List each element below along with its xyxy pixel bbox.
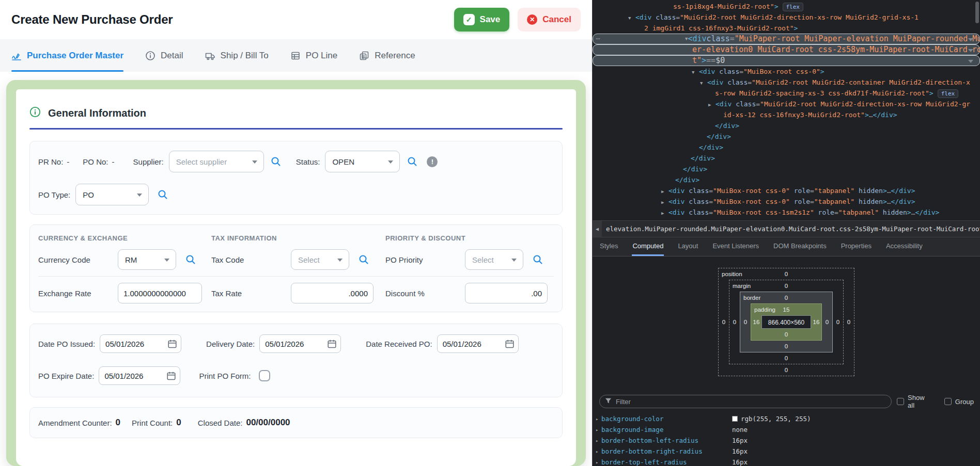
calendar-icon[interactable] [505, 339, 515, 349]
supplier-label: Supplier: [133, 157, 164, 166]
tax-search-button[interactable] [358, 254, 369, 265]
devtools-tab-accessibility[interactable]: Accessibility [885, 237, 923, 256]
tree-row[interactable]: ▶<div class="MuiGrid2-root MuiGrid2-dire… [593, 99, 980, 109]
breadcrumb-back-icon[interactable]: ◀ [593, 221, 602, 237]
supplier-search-button[interactable] [270, 156, 282, 167]
exchange-rate-input[interactable] [118, 283, 202, 303]
tax-rate-input[interactable] [291, 283, 374, 303]
breadcrumb-text[interactable]: elevation.MuiPaper-rounded.MuiPaper-elev… [606, 225, 980, 233]
expand-arrow-icon[interactable]: ▶ [661, 186, 668, 197]
tree-row[interactable]: ▶<div class="MuiBox-root css-1sm2s1z" ro… [593, 207, 980, 218]
computed-property-row[interactable]: ▸border-top-left-radius16px [593, 457, 980, 466]
app-tabs: Purchase Order MasterDetailShip / Bill T… [0, 39, 592, 72]
tree-row[interactable]: id-xs-12 css-16fnxy3-MuiGrid2-root">…</d… [593, 109, 980, 120]
calendar-icon[interactable] [167, 339, 177, 349]
expand-arrow-icon[interactable]: ▸ [596, 416, 598, 422]
expand-arrow-icon[interactable]: ▼ [692, 67, 699, 78]
tree-row[interactable]: </div> [593, 174, 980, 185]
box-model-margin[interactable]: margin00border00padding1516866.400×56016… [729, 280, 844, 364]
expand-arrow-icon[interactable]: ▸ [596, 427, 598, 432]
devtools-tab-computed[interactable]: Computed [632, 237, 664, 256]
expand-arrow-icon[interactable]: ▼ [628, 13, 635, 24]
currency-search-button[interactable] [185, 254, 196, 265]
status-search-button[interactable] [407, 156, 418, 167]
group-checkbox[interactable] [944, 398, 952, 405]
calendar-icon[interactable] [327, 339, 337, 349]
flex-badge[interactable]: flex [938, 89, 959, 98]
tree-row[interactable]: </div> [593, 142, 980, 153]
expand-arrow-icon[interactable]: ▸ [596, 460, 598, 465]
computed-property-row[interactable]: ▸background-colorrgb(255, 255, 255) [593, 413, 980, 424]
tab-detail[interactable]: Detail [145, 39, 183, 72]
color-swatch[interactable] [732, 416, 738, 422]
tab-shipbill[interactable]: Ship / Bill To [205, 39, 269, 72]
code-token: </div> [707, 133, 731, 140]
devtools-tab-styles[interactable]: Styles [599, 237, 618, 256]
devtools-tab-layout[interactable]: Layout [677, 237, 698, 256]
devtools-tab-event-listeners[interactable]: Event Listeners [712, 237, 759, 256]
expand-arrow-icon[interactable]: ▸ [596, 449, 598, 454]
discount-input[interactable] [465, 283, 548, 303]
property-value: 16px [732, 447, 748, 455]
print-count-value: 0 [176, 417, 181, 428]
tab-master[interactable]: Purchase Order Master [11, 39, 123, 72]
code-token: <div [668, 208, 689, 216]
scrollbar-thumb[interactable] [975, 2, 979, 23]
tree-row[interactable]: </div> [593, 120, 980, 131]
expand-arrow-icon[interactable]: ▸ [596, 438, 598, 443]
tree-row[interactable]: ▼<div class="MuiGrid2-root MuiGrid2-cont… [593, 77, 980, 88]
tax-code-select[interactable]: Select [291, 249, 349, 270]
po-type-select[interactable]: PO [75, 184, 149, 205]
tree-row[interactable]: ▶<div class="MuiBox-root css-0" role="ta… [593, 185, 980, 196]
print-po-form-checkbox[interactable] [259, 370, 270, 381]
save-button[interactable]: ✓ Save [454, 8, 510, 31]
tree-row[interactable]: ▶<div class="MuiBox-root css-0" role="ta… [593, 196, 980, 207]
box-model-position[interactable]: position00margin00border00padding1516866… [718, 268, 854, 376]
box-model-content[interactable]: 866.400×560 [761, 315, 811, 329]
tree-row[interactable]: </div> [593, 131, 980, 142]
expand-arrow-icon[interactable]: ▶ [661, 197, 668, 208]
tree-row[interactable]: ⋯▼<div class="MuiPaper-root MuiPaper-ele… [593, 34, 980, 44]
box-model-padding[interactable]: padding1516866.400×560160 [751, 303, 822, 341]
header-actions: ✓ Save ✕ Cancel [454, 8, 581, 31]
flex-badge[interactable]: flex [783, 3, 804, 11]
box-model-border[interactable]: border00padding1516866.400×56016000 [740, 292, 833, 352]
filter-input[interactable]: Filter [599, 395, 892, 408]
tree-row[interactable]: s-row MuiGrid2-spacing-xs-3 css-dkd71f-M… [593, 88, 980, 99]
tree-row[interactable]: ss-1pi8xg4-MuiGrid2-root">flex [593, 1, 980, 12]
tab-reference[interactable]: Reference [359, 39, 415, 72]
tree-row[interactable]: </div> [593, 153, 980, 164]
supplier-select[interactable]: Select supplier [169, 151, 264, 172]
tax-header: TAX INFORMATION [211, 234, 385, 242]
expand-arrow-icon[interactable]: ▶ [708, 100, 715, 110]
po-type-search-button[interactable] [157, 189, 168, 200]
status-select[interactable]: OPEN [325, 151, 400, 172]
tax-column: TAX INFORMATION Tax Code Select [211, 234, 385, 303]
identifiers-group: PR No: - PO No: - Supplier: Select suppl… [29, 141, 563, 215]
show-all-checkbox[interactable] [897, 398, 904, 405]
po-priority-label: PO Priority [385, 255, 465, 264]
computed-property-row[interactable]: ▸background-imagenone [593, 424, 980, 435]
tree-row[interactable]: er-elevation0 MuiCard-root css-2s58ym-Mu… [593, 44, 980, 55]
computed-property-row[interactable]: ▸border-bottom-right-radius16px [593, 446, 980, 457]
tree-row[interactable]: ▼<div class="MuiGrid2-root MuiGrid2-dire… [593, 12, 980, 23]
devtools-tab-dom-breakpoints[interactable]: DOM Breakpoints [773, 237, 827, 256]
calendar-icon[interactable] [166, 371, 176, 381]
property-value: rgb(255, 255, 255) [732, 415, 811, 423]
cancel-button[interactable]: ✕ Cancel [518, 8, 581, 31]
tree-row[interactable]: t"> == $0 [593, 55, 980, 66]
currency-code-select[interactable]: RM [118, 249, 176, 270]
priority-search-button[interactable] [532, 254, 543, 265]
po-no-label: PO No: [83, 157, 108, 166]
expand-arrow-icon[interactable]: ▼ [700, 78, 707, 89]
tree-row[interactable]: </div> [593, 164, 980, 174]
devtools-tab-properties[interactable]: Properties [841, 237, 872, 256]
margin-left-value: 0 [730, 319, 739, 325]
computed-property-row[interactable]: ▸border-bottom-left-radius16px [593, 435, 980, 446]
po-priority-select[interactable]: Select [465, 249, 523, 270]
tab-poline[interactable]: PO Line [290, 39, 337, 72]
tree-row[interactable]: 2 imgGird1 css-16fnxy3-MuiGrid2-root"> [593, 23, 980, 34]
expand-arrow-icon[interactable]: ▶ [661, 208, 668, 219]
code-token: = [739, 68, 743, 75]
tree-row[interactable]: ▼<div class="MuiBox-root css-0"> [593, 66, 980, 77]
